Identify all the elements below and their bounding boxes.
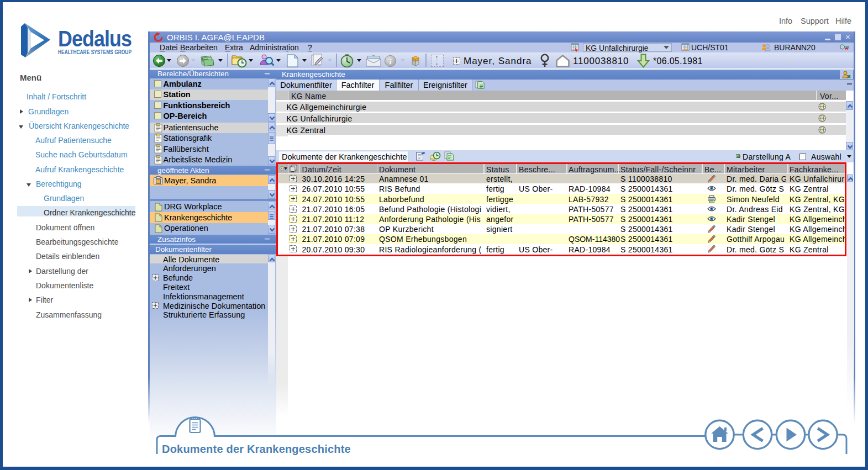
- svg-text:Dedalus: Dedalus: [58, 27, 131, 51]
- svg-text:HEALTHCARE SYSTEMS GROUP: HEALTHCARE SYSTEMS GROUP: [58, 49, 131, 55]
- svg-text:i: i: [390, 57, 392, 66]
